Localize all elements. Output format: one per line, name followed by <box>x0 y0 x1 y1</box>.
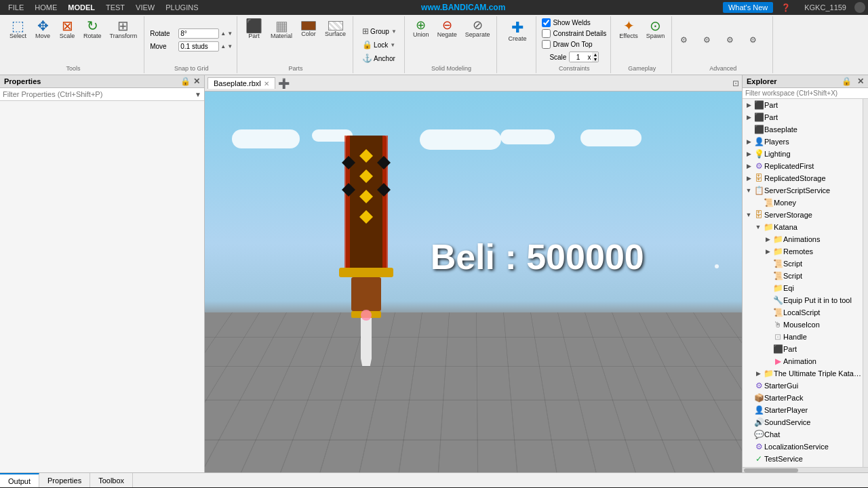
adv-btn3[interactable]: ⚙ <box>724 35 745 45</box>
tree-item[interactable]: 📜Money <box>743 197 863 209</box>
tree-item[interactable]: ▶⬛Part <box>743 111 863 123</box>
explorer-hscroll[interactable] <box>743 467 868 472</box>
spawn-button[interactable]: ⊙ Spawn <box>644 18 668 41</box>
tree-item[interactable]: 📜Script <box>743 258 863 270</box>
create-button[interactable]: ✚ Create <box>502 18 532 45</box>
transform-button[interactable]: ⊞ Transform <box>107 18 140 41</box>
menu-home[interactable]: HOME <box>29 2 62 13</box>
rotate-spinner-up[interactable]: ▲ <box>220 30 226 37</box>
color-button[interactable]: Color <box>298 20 319 39</box>
tree-item[interactable]: ▶📁Remotes <box>743 245 863 258</box>
explorer-close-icon[interactable]: ✕ <box>857 77 864 86</box>
viewport-tab-close[interactable]: ✕ <box>264 80 269 87</box>
properties-tab[interactable]: Properties <box>39 473 90 487</box>
surface-button[interactable]: Surface <box>322 20 349 39</box>
tree-arrow[interactable]: ▼ <box>753 224 763 230</box>
tree-item[interactable]: 📜Script <box>743 270 863 282</box>
tree-item[interactable]: 👤StarterPlayer <box>743 404 863 416</box>
union-button[interactable]: ⊕ Union <box>410 18 432 39</box>
anchor-button[interactable]: ⚓ Anchor <box>359 52 400 64</box>
menu-view[interactable]: VIEW <box>130 2 160 13</box>
draw-on-top-checkbox[interactable]: Draw On Top <box>542 40 606 49</box>
filter-dropdown-icon[interactable]: ▼ <box>195 91 201 98</box>
properties-lock-icon[interactable]: 🔒 <box>180 77 191 86</box>
tree-item[interactable]: ⬛Baseplate <box>743 123 863 136</box>
move-spinner-down[interactable]: ▼ <box>227 43 233 49</box>
menu-file[interactable]: FILE <box>3 2 29 13</box>
select-button[interactable]: ⬚ Select <box>7 18 29 41</box>
material-button[interactable]: ▦ Material <box>268 18 295 41</box>
tree-item[interactable]: ▶🗄ReplicatedStorage <box>743 172 863 184</box>
show-welds-input[interactable] <box>542 18 551 27</box>
scale-button[interactable]: ⊠ Scale <box>56 18 78 41</box>
group-button[interactable]: ⊞ Group ▼ <box>359 25 400 37</box>
scale-up[interactable]: ▲ <box>592 52 598 57</box>
tree-item[interactable]: ▶📁The Ultimate Triple Katana <box>743 367 863 380</box>
viewport[interactable]: Beli : 500000 <box>205 92 742 472</box>
move-spinner-up[interactable]: ▲ <box>220 43 226 49</box>
viewport-maximize-icon[interactable]: ⊡ <box>732 79 739 88</box>
rotate-button[interactable]: ↻ Rotate <box>81 18 104 41</box>
tree-item[interactable]: ▶Animation <box>743 355 863 367</box>
tree-item[interactable]: ▶💡Lighting <box>743 148 863 160</box>
rotate-snap-input[interactable] <box>178 28 219 39</box>
tree-arrow[interactable]: ▶ <box>753 370 763 377</box>
show-welds-checkbox[interactable]: Show Welds <box>542 18 606 27</box>
tree-arrow[interactable]: ▼ <box>744 211 753 218</box>
tree-arrow[interactable]: ▶ <box>744 163 753 169</box>
menu-test[interactable]: TEST <box>100 2 130 13</box>
tree-item[interactable]: 📜LocalScript <box>743 306 863 319</box>
adv-btn1[interactable]: ⚙ <box>677 35 699 45</box>
tree-item[interactable]: ✓TestService <box>743 453 863 465</box>
tree-item[interactable]: ▶⚙ReplicatedFirst <box>743 160 863 172</box>
draw-on-top-input[interactable] <box>542 40 551 49</box>
viewport-tab-baseplate[interactable]: Baseplate.rbxl ✕ <box>208 77 275 89</box>
tree-item[interactable]: 💬Chat <box>743 428 863 441</box>
tree-arrow[interactable]: ▶ <box>744 138 753 145</box>
properties-filter-input[interactable] <box>3 90 195 98</box>
tree-item[interactable]: 🔊SoundService <box>743 416 863 428</box>
tree-item[interactable]: ⬛Part <box>743 343 863 355</box>
adv-btn4[interactable]: ⚙ <box>747 35 768 45</box>
tree-arrow[interactable]: ▶ <box>763 236 772 243</box>
tree-item[interactable]: ⊡Handle <box>743 331 863 343</box>
explorer-vscroll[interactable] <box>863 99 868 467</box>
help-icon[interactable]: ❓ <box>776 2 796 14</box>
tree-item[interactable]: ⚙LocalizationService <box>743 441 863 453</box>
tree-item[interactable]: ▼📋ServerScriptService <box>743 184 863 197</box>
effects-button[interactable]: ✦ Effects <box>616 18 640 41</box>
tree-item[interactable]: ▶⬛Part <box>743 99 863 111</box>
scale-down[interactable]: ▼ <box>592 57 598 62</box>
viewport-tab-add[interactable]: ➕ <box>278 78 290 89</box>
tree-arrow[interactable]: ▶ <box>744 175 753 182</box>
tree-item[interactable]: ▶📁Animations <box>743 233 863 245</box>
tree-arrow[interactable]: ▶ <box>744 114 753 121</box>
menu-model[interactable]: MODEL <box>62 2 100 13</box>
explorer-lock-icon[interactable]: 🔒 <box>842 77 852 86</box>
whats-new-button[interactable]: What's New <box>723 2 773 13</box>
lock-button[interactable]: 🔒 Lock ▼ <box>359 39 400 51</box>
negate-button[interactable]: ⊖ Negate <box>435 18 460 39</box>
tree-arrow[interactable]: ▼ <box>744 187 753 194</box>
tree-item[interactable]: 🖱MouseIcon <box>743 319 863 331</box>
menu-plugins[interactable]: PLUGINS <box>160 2 203 13</box>
move-snap-input[interactable] <box>178 41 219 52</box>
properties-close-icon[interactable]: ✕ <box>193 77 200 86</box>
tree-item[interactable]: 📦StarterPack <box>743 392 863 404</box>
tree-item[interactable]: ⚙StarterGui <box>743 380 863 392</box>
constraint-details-input[interactable] <box>542 29 551 38</box>
separate-button[interactable]: ⊘ Separate <box>462 18 493 39</box>
tree-item[interactable]: 📁Eqi <box>743 282 863 294</box>
tree-arrow[interactable]: ▶ <box>763 248 772 255</box>
tree-item[interactable]: 🔧Equip Put it in to tool <box>743 294 863 306</box>
tree-arrow[interactable]: ▶ <box>744 150 753 157</box>
tree-item[interactable]: ▼📁Katana <box>743 221 863 233</box>
tree-arrow[interactable]: ▶ <box>744 102 753 108</box>
tree-item[interactable]: ▼🗄ServerStorage <box>743 209 863 221</box>
toolbox-tab[interactable]: Toolbox <box>90 473 133 487</box>
adv-btn2[interactable]: ⚙ <box>701 35 722 45</box>
rotate-spinner-down[interactable]: ▼ <box>227 30 233 37</box>
move-button[interactable]: ✥ Move <box>32 18 54 41</box>
tree-item[interactable]: ▶👤Players <box>743 136 863 148</box>
part-button[interactable]: ⬛ Part <box>243 18 265 41</box>
